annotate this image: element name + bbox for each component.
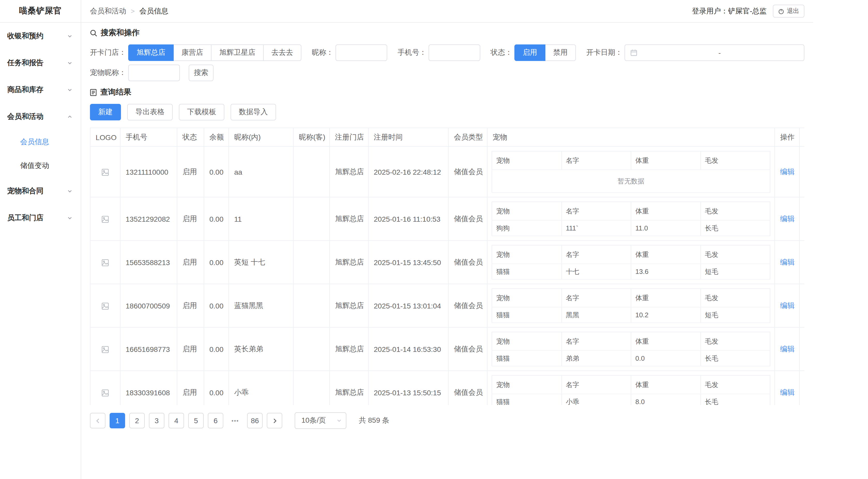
cell-nick-customer [293, 241, 330, 284]
edit-link[interactable]: 编辑 [780, 258, 795, 266]
cell-member-type: 储值会员 [448, 147, 487, 197]
page-size-value: 10条/页 [301, 416, 326, 425]
pagination-page-button[interactable]: 1 [110, 413, 125, 428]
pet-subcolumn-header: 名字 [561, 202, 631, 220]
sidebar-item-goods-inventory[interactable]: 商品和库存 [0, 76, 81, 103]
table-row: 15653588213启用0.00英短 十七旭辉总店2025-01-15 13:… [90, 241, 804, 284]
cell-reg-time: 2025-02-16 22:48:12 [368, 147, 448, 197]
pet-row: 猫猫弟弟0.0长毛 [492, 351, 770, 366]
col-header-nick-customer: 昵称(客) [293, 128, 330, 147]
col-header-reg-store: 注册门店 [330, 128, 368, 147]
edit-link[interactable]: 编辑 [780, 301, 795, 309]
pet-weight: 0.0 [631, 351, 701, 366]
app-logo: 喵桑铲屎官 [0, 0, 81, 23]
pet-subcolumn-header: 名字 [561, 332, 631, 351]
pet-subtable: 宠物名字体重毛发猫猫十七13.6短毛 [492, 245, 770, 280]
cell-reg-time: 2025-01-13 15:50:15 [368, 371, 448, 405]
cell-member-type: 储值会员 [448, 327, 487, 371]
pet-weight: 10.2 [631, 307, 701, 323]
pet-subcolumn-header: 毛发 [701, 332, 770, 351]
pet-subcolumn-header: 宠物 [492, 245, 561, 264]
edit-link[interactable]: 编辑 [780, 167, 795, 175]
cell-balance: 0.00 [204, 197, 229, 241]
cell-nick-customer [293, 284, 330, 327]
cell-nick-internal: 英短 十七 [229, 241, 293, 284]
sidebar-subitem-label: 储值变动 [20, 161, 49, 170]
cell-pets: 宠物名字体重毛发猫猫弟弟0.0长毛 [487, 327, 775, 371]
cell-status: 启用 [177, 371, 204, 405]
status-option-button[interactable]: 启用 [515, 44, 546, 61]
page-size-select[interactable]: 10条/页 [295, 412, 346, 429]
breadcrumb-current: 会员信息 [139, 6, 168, 16]
edit-link[interactable]: 编辑 [780, 344, 795, 353]
main-area: 会员和活动 > 会员信息 登录用户：铲屎官-总监 退出 搜索和操作 [81, 0, 813, 479]
pagination-page-button[interactable]: 3 [149, 413, 164, 428]
cell-balance: 0.00 [204, 147, 229, 197]
pet-subcolumn-header: 名字 [561, 245, 631, 264]
cell-reg-time: 2025-01-15 13:45:50 [368, 241, 448, 284]
cell-phone: 13521292082 [120, 197, 177, 241]
sidebar-item-label: 收银和预约 [7, 32, 43, 41]
pagination-prev-button[interactable] [90, 413, 105, 428]
sidebar-item-label: 任务和报告 [7, 58, 43, 68]
pet-species: 猫猫 [492, 264, 561, 279]
content: 搜索和操作 开卡门店： 旭辉总店 康营店 旭辉卫星店 去去去 昵称： [81, 23, 813, 429]
table-row: 13521292082启用0.0011旭辉总店2025-01-16 11:10:… [90, 197, 804, 241]
search-button[interactable]: 搜索 [189, 65, 214, 81]
pet-subcolumn-header: 毛发 [701, 289, 770, 307]
pagination-ellipsis[interactable]: ••• [227, 413, 243, 428]
status-option-button[interactable]: 禁用 [545, 44, 576, 61]
sidebar-item-members-activities[interactable]: 会员和活动 [0, 103, 81, 130]
pagination-next-button[interactable] [267, 413, 282, 428]
pet-name: 弟弟 [561, 351, 631, 366]
store-option-button[interactable]: 去去去 [263, 44, 301, 61]
sidebar-subitem-stored-value-changes[interactable]: 储值变动 [0, 154, 81, 178]
sidebar-item-tasks-reports[interactable]: 任务和报告 [0, 50, 81, 76]
sidebar-subitem-member-info[interactable]: 会员信息 [0, 130, 81, 154]
breadcrumb-section[interactable]: 会员和活动 [90, 6, 126, 16]
edit-link[interactable]: 编辑 [780, 214, 795, 222]
cell-reg-store: 旭辉总店 [330, 197, 368, 241]
table-scrollbar-gutter [800, 128, 804, 147]
download-template-button[interactable]: 下载模板 [179, 104, 224, 120]
import-data-button[interactable]: 数据导入 [230, 104, 276, 120]
pagination-page-button[interactable]: 4 [168, 413, 184, 428]
export-table-button[interactable]: 导出表格 [127, 104, 173, 120]
cell-reg-store: 旭辉总店 [330, 327, 368, 371]
table-header-row: LOGO 手机号 状态 余额 昵称(内) 昵称(客) 注册门店 注册时间 会员类… [90, 128, 804, 147]
sidebar-item-staff-stores[interactable]: 员工和门店 [0, 204, 81, 231]
logout-button[interactable]: 退出 [773, 5, 804, 18]
nickname-input[interactable] [336, 44, 387, 61]
date-range-picker[interactable]: - [624, 44, 804, 61]
sidebar-item-pets-contracts[interactable]: 宠物和合同 [0, 178, 81, 204]
cell-balance: 0.00 [204, 371, 229, 405]
chevron-down-icon [67, 87, 72, 93]
action-bar: 新建 导出表格 下载模板 数据导入 [90, 104, 804, 120]
pet-subtable: 宠物名字体重毛发猫猫黑黑10.2短毛 [492, 288, 770, 323]
phone-input[interactable] [429, 44, 480, 61]
pet-nickname-input[interactable] [128, 65, 180, 81]
sidebar-item-label: 员工和门店 [7, 214, 43, 223]
pagination-page-button[interactable]: 5 [188, 413, 204, 428]
pagination-page-button[interactable]: 6 [208, 413, 223, 428]
topbar: 会员和活动 > 会员信息 登录用户：铲屎官-总监 退出 [81, 0, 813, 23]
pagination-page-button[interactable]: 2 [129, 413, 145, 428]
chevron-down-icon [67, 60, 72, 66]
col-header-actions: 操作 [775, 128, 800, 147]
sidebar-item-cashier-booking[interactable]: 收银和预约 [0, 23, 81, 50]
store-option-button[interactable]: 旭辉卫星店 [211, 44, 264, 61]
table-scrollbar-gutter [800, 284, 804, 327]
store-option-button[interactable]: 旭辉总店 [128, 44, 174, 61]
edit-link[interactable]: 编辑 [780, 388, 795, 396]
new-button[interactable]: 新建 [90, 104, 121, 120]
phone-filter-group: 手机号： [398, 44, 480, 61]
cell-nick-customer [293, 147, 330, 197]
col-header-reg-time: 注册时间 [368, 128, 448, 147]
cell-status: 启用 [177, 147, 204, 197]
logo-image-placeholder-icon [101, 216, 109, 223]
pagination-page-button[interactable]: 86 [247, 413, 262, 428]
pet-subcolumn-header: 毛发 [701, 151, 770, 170]
pet-species: 猫猫 [492, 394, 561, 405]
table-row: 18600700509启用0.00蓝猫黑黑旭辉总店2025-01-15 13:0… [90, 284, 804, 327]
store-option-button[interactable]: 康营店 [173, 44, 212, 61]
